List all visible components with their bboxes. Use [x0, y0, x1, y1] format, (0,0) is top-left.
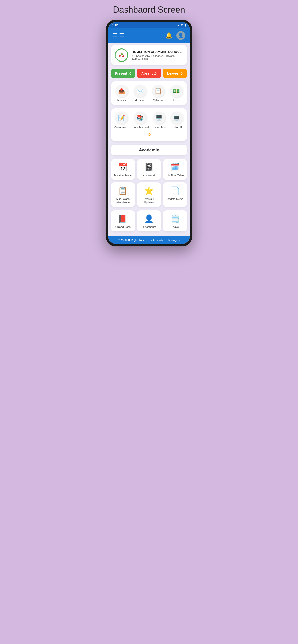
present-stat[interactable]: Present :0: [111, 68, 135, 78]
mark-attendance-item[interactable]: 📋 Mark Class Attendance: [111, 182, 135, 207]
syllabus-icon: 📋: [152, 85, 164, 97]
homework-item[interactable]: 📓 Homework: [137, 159, 161, 180]
school-card: 🌿 IAIG HOMERTON GRAMMAR SCHOOL 77, Secto…: [111, 45, 187, 65]
study-material-icon: 📚: [134, 112, 146, 124]
academic-grid: 📅 My Attendance 📓 Homework 🗓️ My Time-Ta…: [111, 159, 187, 207]
message-label: Message: [135, 99, 145, 102]
fees-icon: 💵: [170, 85, 183, 97]
battery-icon: ▮: [184, 24, 186, 27]
leaves-stat[interactable]: Leaves :0: [163, 68, 187, 78]
performance-icon: 👤: [144, 214, 154, 223]
leave-icon: 🗒️: [170, 214, 180, 223]
stats-row: Present :0 Absent :0 Leaves :0: [111, 68, 187, 78]
menu-icon[interactable]: ☰ ☰: [113, 32, 124, 38]
footer-bar: 2022 ® All Rights Reserved - Accevate Te…: [108, 236, 190, 244]
syllabus-label: Syllabus: [153, 99, 163, 102]
assignment-item[interactable]: 📝 Assignment: [114, 112, 129, 128]
content-area: 🌿 IAIG HOMERTON GRAMMAR SCHOOL 77, Secto…: [108, 43, 190, 236]
update-marks-item[interactable]: 📄 Update Marks: [163, 182, 187, 207]
online-c-item[interactable]: 💻 Online C: [169, 112, 184, 128]
online-test-icon: 🖥️: [153, 112, 165, 124]
logo-text: IAIG: [119, 55, 124, 58]
more-arrow-icon: »: [147, 130, 151, 138]
leave-label: Leave: [172, 225, 179, 228]
study-material-label: Study Material: [132, 126, 148, 128]
upload-docs-item[interactable]: 📕 Upload Docs: [111, 210, 135, 232]
page-title: Dashbaord Screen: [113, 5, 185, 15]
user-avatar[interactable]: 👤: [176, 31, 185, 40]
my-attendance-icon: 📅: [118, 163, 128, 172]
second-menu-grid: 📝 Assignment 📚 Study Material 🖥️ Online …: [113, 112, 185, 138]
academic-section-header: Academic: [111, 145, 187, 156]
bell-icon[interactable]: 🔔: [165, 32, 173, 39]
quick-menu-grid: 📥 Notices ✉️ Message 📋 Syllabus 💵: [113, 85, 185, 102]
homework-label: Homework: [143, 174, 156, 177]
notices-icon: 📥: [115, 85, 128, 97]
nav-right: 🔔 👤: [165, 31, 185, 40]
phone-frame: 1:12 ▲ ▼ ▮ ☰ ☰ 🔔 👤: [106, 20, 192, 246]
phone-screen: 1:12 ▲ ▼ ▮ ☰ ☰ 🔔 👤: [108, 22, 190, 244]
fees-label: Fees: [174, 99, 179, 102]
performance-item[interactable]: 👤 Performance: [137, 210, 161, 232]
signal-icon: ▲: [177, 24, 180, 27]
more-button[interactable]: »: [142, 130, 156, 138]
notices-item[interactable]: 📥 Notices: [114, 85, 129, 102]
homework-icon: 📓: [144, 163, 154, 172]
assignment-label: Assignment: [114, 126, 128, 128]
syllabus-item[interactable]: 📋 Syllabus: [151, 85, 165, 102]
fees-item[interactable]: 💵 Fees: [169, 85, 184, 102]
status-time: 1:12: [112, 24, 118, 27]
timetable-icon: 🗓️: [170, 163, 180, 172]
my-attendance-label: My Attendance: [114, 174, 132, 177]
timetable-item[interactable]: 🗓️ My Time-Table: [163, 159, 187, 180]
events-label: Events & Updates: [139, 197, 159, 204]
update-marks-label: Update Marks: [167, 197, 183, 200]
timetable-label: My Time-Table: [167, 174, 184, 177]
study-material-item[interactable]: 📚 Study Material: [132, 112, 148, 128]
quick-menu-card: 📥 Notices ✉️ Message 📋 Syllabus 💵: [111, 82, 187, 105]
second-menu-card: 📝 Assignment 📚 Study Material 🖥️ Online …: [111, 108, 187, 141]
my-attendance-item[interactable]: 📅 My Attendance: [111, 159, 135, 180]
online-test-item[interactable]: 🖥️ Online Test: [152, 112, 166, 128]
message-icon: ✉️: [134, 85, 146, 97]
events-icon: ⭐: [144, 186, 154, 195]
message-item[interactable]: ✉️ Message: [133, 85, 147, 102]
wifi-icon: ▼: [181, 24, 183, 27]
notices-label: Notices: [117, 99, 126, 102]
online-test-label: Online Test: [152, 126, 166, 128]
assignment-icon: 📝: [115, 112, 128, 124]
events-item[interactable]: ⭐ Events & Updates: [137, 182, 161, 207]
online-c-label: Online C: [172, 126, 182, 128]
school-logo: 🌿 IAIG: [115, 48, 128, 62]
mark-attendance-icon: 📋: [118, 186, 128, 195]
upload-docs-icon: 📕: [118, 214, 128, 223]
school-address: 77, Sector: 21A, Faridabad, Haryana 1210…: [132, 54, 183, 60]
absent-stat[interactable]: Absent :0: [137, 68, 161, 78]
footer-text: 2022 ® All Rights Reserved - Accevate Te…: [118, 238, 180, 242]
school-info: HOMERTON GRAMMAR SCHOOL 77, Sector: 21A,…: [132, 50, 183, 60]
performance-label: Performance: [141, 225, 157, 228]
upload-docs-label: Upload Docs: [115, 225, 130, 228]
bottom-row: 📕 Upload Docs 👤 Performance 🗒️ Leave: [111, 210, 187, 232]
school-name: HOMERTON GRAMMAR SCHOOL: [132, 50, 183, 54]
update-marks-icon: 📄: [170, 186, 180, 195]
mark-attendance-label: Mark Class Attendance: [113, 197, 133, 204]
status-bar: 1:12 ▲ ▼ ▮: [108, 22, 190, 28]
status-icons: ▲ ▼ ▮: [177, 24, 186, 27]
top-nav: ☰ ☰ 🔔 👤: [108, 28, 190, 43]
leave-item[interactable]: 🗒️ Leave: [163, 210, 187, 232]
online-c-icon: 💻: [170, 112, 183, 124]
academic-title: Academic: [136, 148, 162, 152]
